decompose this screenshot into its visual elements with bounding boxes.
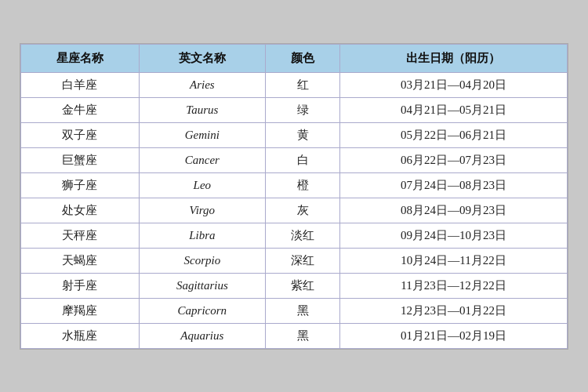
cell-chinese-name: 白羊座 [21, 72, 140, 97]
table-body: 白羊座Aries红03月21日—04月20日金牛座Taurus绿04月21日—0… [21, 72, 568, 348]
cell-dates: 06月22日—07月23日 [339, 147, 567, 172]
header-birthdate: 出生日期（阳历） [339, 44, 567, 72]
cell-english-name: Virgo [139, 198, 266, 223]
header-english-name: 英文名称 [139, 44, 266, 72]
cell-chinese-name: 射手座 [21, 273, 140, 298]
cell-color: 红 [266, 72, 340, 97]
cell-dates: 04月21日—05月21日 [339, 97, 567, 122]
cell-english-name: Capricorn [139, 298, 266, 323]
cell-chinese-name: 摩羯座 [21, 298, 140, 323]
header-chinese-name: 星座名称 [21, 44, 140, 72]
table-row: 处女座Virgo灰08月24日—09月23日 [21, 198, 568, 223]
cell-color: 深红 [266, 248, 340, 273]
cell-dates: 08月24日—09月23日 [339, 198, 567, 223]
cell-dates: 03月21日—04月20日 [339, 72, 567, 97]
cell-dates: 11月23日—12月22日 [339, 273, 567, 298]
table-header-row: 星座名称 英文名称 颜色 出生日期（阳历） [21, 44, 568, 72]
cell-english-name: Libra [139, 223, 266, 248]
zodiac-table: 星座名称 英文名称 颜色 出生日期（阳历） 白羊座Aries红03月21日—04… [20, 44, 568, 349]
table-row: 狮子座Leo橙07月24日—08月23日 [21, 172, 568, 198]
cell-chinese-name: 天秤座 [21, 223, 140, 248]
cell-color: 紫红 [266, 273, 340, 298]
cell-english-name: Scorpio [139, 248, 266, 273]
cell-chinese-name: 水瓶座 [21, 323, 140, 348]
table-row: 天秤座Libra淡红09月24日—10月23日 [21, 223, 568, 248]
table-row: 天蝎座Scorpio深红10月24日—11月22日 [21, 248, 568, 273]
cell-english-name: Gemini [139, 122, 266, 147]
cell-color: 绿 [266, 97, 340, 122]
cell-color: 淡红 [266, 223, 340, 248]
table-row: 金牛座Taurus绿04月21日—05月21日 [21, 97, 568, 122]
cell-dates: 12月23日—01月22日 [339, 298, 567, 323]
cell-english-name: Sagittarius [139, 273, 266, 298]
cell-color: 黄 [266, 122, 340, 147]
header-color: 颜色 [266, 44, 340, 72]
cell-english-name: Cancer [139, 147, 266, 172]
table-row: 水瓶座Aquarius黑01月21日—02月19日 [21, 323, 568, 348]
cell-color: 黑 [266, 298, 340, 323]
cell-chinese-name: 巨蟹座 [21, 147, 140, 172]
cell-english-name: Taurus [139, 97, 266, 122]
cell-color: 黑 [266, 323, 340, 348]
cell-chinese-name: 狮子座 [21, 172, 140, 198]
table-row: 双子座Gemini黄05月22日—06月21日 [21, 122, 568, 147]
cell-dates: 09月24日—10月23日 [339, 223, 567, 248]
cell-dates: 01月21日—02月19日 [339, 323, 567, 348]
cell-english-name: Aquarius [139, 323, 266, 348]
cell-chinese-name: 天蝎座 [21, 248, 140, 273]
table-row: 摩羯座Capricorn黑12月23日—01月22日 [21, 298, 568, 323]
cell-chinese-name: 处女座 [21, 198, 140, 223]
cell-color: 灰 [266, 198, 340, 223]
cell-dates: 05月22日—06月21日 [339, 122, 567, 147]
zodiac-table-container: 星座名称 英文名称 颜色 出生日期（阳历） 白羊座Aries红03月21日—04… [20, 43, 568, 350]
cell-chinese-name: 双子座 [21, 122, 140, 147]
cell-color: 白 [266, 147, 340, 172]
cell-dates: 10月24日—11月22日 [339, 248, 567, 273]
cell-english-name: Leo [139, 172, 266, 198]
table-row: 巨蟹座Cancer白06月22日—07月23日 [21, 147, 568, 172]
cell-dates: 07月24日—08月23日 [339, 172, 567, 198]
cell-color: 橙 [266, 172, 340, 198]
table-row: 白羊座Aries红03月21日—04月20日 [21, 72, 568, 97]
cell-chinese-name: 金牛座 [21, 97, 140, 122]
table-row: 射手座Sagittarius紫红11月23日—12月22日 [21, 273, 568, 298]
cell-english-name: Aries [139, 72, 266, 97]
